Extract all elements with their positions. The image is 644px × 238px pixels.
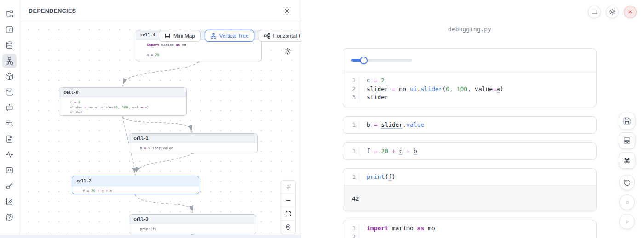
line-number: 3: [343, 93, 360, 102]
notebook-cell-f-cell: 1f = 20 + c + b: [343, 142, 597, 160]
close-icon: [627, 9, 633, 15]
graph-node-title: cell-2: [72, 176, 199, 186]
close-icon: [283, 7, 291, 15]
command-icon: ⌘: [624, 157, 631, 164]
dependencies-icon[interactable]: [2, 54, 17, 68]
graph-node-cell-2[interactable]: cell-2f = 20 + c + b: [72, 176, 199, 194]
line-number: 2: [343, 85, 360, 94]
graph-node-code: c = 2slider = mo.ui.slider(0, 100, value…: [59, 97, 186, 116]
play-icon: [623, 218, 631, 226]
fit-view-button[interactable]: [281, 207, 295, 221]
svg-text:f: f: [9, 27, 12, 32]
graph-node-title: cell-0: [59, 88, 186, 97]
graph-node-cell-0[interactable]: cell-0c = 2slider = mo.ui.slider(0, 100,…: [59, 87, 187, 116]
mini-map-icon: [164, 33, 171, 39]
graph-node-code: print(f): [129, 224, 256, 234]
zoom-out-button[interactable]: [281, 194, 295, 207]
scratchpad-icon[interactable]: [2, 194, 17, 209]
notebook-menu-button[interactable]: [588, 6, 601, 18]
document-icon[interactable]: [2, 132, 17, 146]
gear-icon: [284, 47, 292, 55]
chat-icon[interactable]: [2, 101, 17, 115]
hamburger-icon: [591, 9, 598, 16]
horizontal-tree-button[interactable]: Horizontal Tree: [259, 30, 301, 42]
graph-node-code: f = 20 + c + b: [72, 186, 199, 194]
graph-node-cell-1[interactable]: cell-1b = slider.value: [129, 133, 258, 153]
helper-sidebar: f: [0, 0, 19, 238]
notebook-cell-b-cell: 1b = slider.value: [343, 116, 597, 134]
graph-settings-button[interactable]: [282, 46, 293, 56]
line-number: 1: [343, 173, 360, 181]
edge-cell-4-cell-0: [123, 62, 199, 83]
datasources-icon[interactable]: [2, 38, 17, 52]
panel-title: DEPENDENCIES: [29, 8, 76, 14]
graph-node-title: cell-3: [129, 215, 256, 224]
vertical-tree-button[interactable]: Vertical Tree: [205, 30, 254, 42]
run-button[interactable]: [619, 214, 635, 229]
documentation-icon[interactable]: [2, 85, 17, 99]
vertical-tree-icon: [210, 33, 217, 39]
line-number: 1: [343, 147, 360, 156]
zoom-in-button[interactable]: [281, 181, 295, 194]
edge-cell-1-cell-2: [136, 153, 193, 172]
undo-icon: [623, 179, 631, 187]
graph-node-title: cell-1: [129, 134, 257, 143]
layout-icon: [623, 136, 631, 145]
line-number: 1: [343, 121, 360, 130]
undo-button[interactable]: [619, 175, 635, 190]
cell-output-text: 42: [343, 185, 596, 211]
functions-icon[interactable]: f: [2, 23, 17, 37]
dependency-graph-canvas[interactable]: Mini Map Vertical Tree Horizontal Tree c…: [19, 22, 301, 235]
notebook-settings-button[interactable]: [606, 6, 619, 18]
horizontal-tree-icon: [264, 33, 270, 39]
cell-code-editor[interactable]: 1c = 22slider = mo.ui.slider(0, 100, val…: [343, 72, 596, 106]
mini-map-button[interactable]: Mini Map: [159, 30, 201, 42]
snippets-icon[interactable]: [2, 163, 17, 177]
save-button[interactable]: [619, 113, 635, 129]
notebook-cell-print-cell: 1print(f)42: [343, 168, 597, 211]
dependencies-panel: DEPENDENCIES Mini Map Vertical Tree Hori…: [19, 0, 301, 238]
line-number: 1: [343, 224, 360, 233]
graph-view-toolbar: Mini Map Vertical Tree Horizontal Tree: [159, 30, 301, 42]
secrets-icon[interactable]: [2, 179, 17, 193]
cell-code-editor[interactable]: 1f = 20 + c + b: [343, 143, 596, 159]
file-tree-icon[interactable]: [2, 7, 17, 21]
shutdown-button[interactable]: [624, 6, 637, 18]
cell-code-editor[interactable]: 1b = slider.value: [343, 117, 596, 133]
layout-button[interactable]: [619, 132, 635, 149]
cell-code-editor[interactable]: 1print(f): [343, 169, 596, 185]
graph-node-code: import marimo as mo a = 20: [136, 40, 261, 60]
packages-icon[interactable]: [2, 69, 17, 84]
line-number: 1: [343, 76, 360, 85]
slider-track[interactable]: [351, 59, 412, 62]
edge-cell-2-cell-3: [135, 194, 192, 210]
graph-node-cell-3[interactable]: cell-3print(f): [129, 214, 256, 234]
graph-zoom-controls: [281, 180, 296, 234]
gear-icon: [609, 8, 616, 16]
notebook-filename: debugging.py: [343, 26, 597, 33]
logs-icon[interactable]: [2, 116, 17, 130]
help-icon[interactable]: [2, 210, 17, 224]
close-panel-button[interactable]: [282, 6, 292, 16]
stop-button[interactable]: [619, 194, 635, 210]
edge-cell-0-cell-1: [123, 117, 191, 130]
stop-icon: [623, 198, 631, 206]
cell-output-slider: [343, 49, 596, 72]
notebook-panel: debugging.py 1c = 22slider = mo.ui.slide…: [301, 0, 644, 238]
keyboard-shortcuts-button[interactable]: ⌘: [619, 152, 635, 169]
slider-knob[interactable]: [360, 57, 368, 64]
line-number: 2: [343, 233, 360, 238]
dependencies-header: DEPENDENCIES: [19, 0, 301, 22]
notebook-cell-import-cell: 1import marimo as mo2: [343, 220, 597, 238]
notebook-cell-slider-cell: 1c = 22slider = mo.ui.slider(0, 100, val…: [343, 48, 597, 107]
cell-code-editor[interactable]: 1import marimo as mo2: [343, 220, 596, 238]
graph-node-code: b = slider.value: [129, 143, 257, 153]
save-icon: [623, 117, 631, 125]
tracing-icon[interactable]: [2, 147, 17, 162]
locate-button[interactable]: [281, 221, 295, 234]
panel-bottom-strip: [0, 235, 301, 238]
